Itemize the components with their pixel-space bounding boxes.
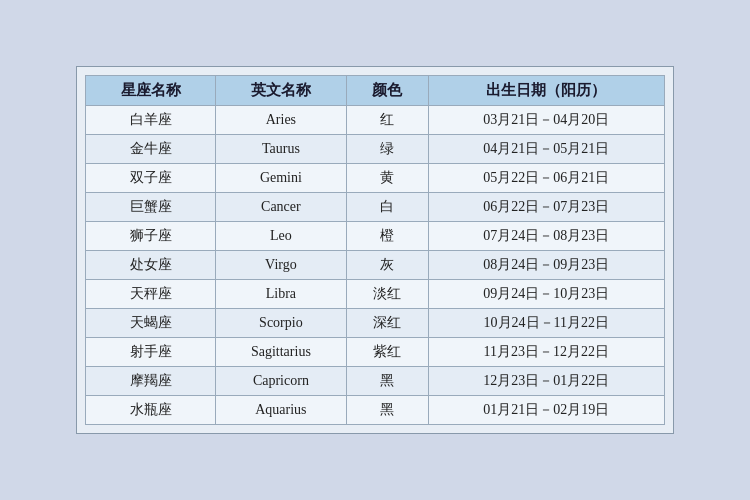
zodiac-table: 星座名称英文名称颜色出生日期（阳历） 白羊座Aries红03月21日－04月20… bbox=[85, 75, 665, 425]
cell-r5-c1: Virgo bbox=[216, 251, 346, 280]
table-row: 双子座Gemini黄05月22日－06月21日 bbox=[86, 164, 665, 193]
table-header-row: 星座名称英文名称颜色出生日期（阳历） bbox=[86, 76, 665, 106]
cell-r9-c3: 12月23日－01月22日 bbox=[428, 367, 664, 396]
zodiac-table-wrapper: 星座名称英文名称颜色出生日期（阳历） 白羊座Aries红03月21日－04月20… bbox=[76, 66, 674, 434]
cell-r9-c1: Capricorn bbox=[216, 367, 346, 396]
table-row: 狮子座Leo橙07月24日－08月23日 bbox=[86, 222, 665, 251]
cell-r8-c3: 11月23日－12月22日 bbox=[428, 338, 664, 367]
cell-r5-c3: 08月24日－09月23日 bbox=[428, 251, 664, 280]
cell-r10-c2: 黑 bbox=[346, 396, 428, 425]
cell-r7-c0: 天蝎座 bbox=[86, 309, 216, 338]
table-row: 水瓶座Aquarius黑01月21日－02月19日 bbox=[86, 396, 665, 425]
cell-r8-c2: 紫红 bbox=[346, 338, 428, 367]
cell-r5-c2: 灰 bbox=[346, 251, 428, 280]
cell-r4-c2: 橙 bbox=[346, 222, 428, 251]
cell-r6-c3: 09月24日－10月23日 bbox=[428, 280, 664, 309]
cell-r8-c1: Sagittarius bbox=[216, 338, 346, 367]
cell-r3-c0: 巨蟹座 bbox=[86, 193, 216, 222]
table-row: 巨蟹座Cancer白06月22日－07月23日 bbox=[86, 193, 665, 222]
cell-r9-c2: 黑 bbox=[346, 367, 428, 396]
cell-r6-c1: Libra bbox=[216, 280, 346, 309]
cell-r8-c0: 射手座 bbox=[86, 338, 216, 367]
cell-r4-c3: 07月24日－08月23日 bbox=[428, 222, 664, 251]
cell-r1-c1: Taurus bbox=[216, 135, 346, 164]
cell-r7-c3: 10月24日－11月22日 bbox=[428, 309, 664, 338]
col-header-3: 出生日期（阳历） bbox=[428, 76, 664, 106]
table-row: 射手座Sagittarius紫红11月23日－12月22日 bbox=[86, 338, 665, 367]
cell-r1-c2: 绿 bbox=[346, 135, 428, 164]
cell-r2-c1: Gemini bbox=[216, 164, 346, 193]
cell-r9-c0: 摩羯座 bbox=[86, 367, 216, 396]
table-row: 处女座Virgo灰08月24日－09月23日 bbox=[86, 251, 665, 280]
table-row: 金牛座Taurus绿04月21日－05月21日 bbox=[86, 135, 665, 164]
cell-r6-c0: 天秤座 bbox=[86, 280, 216, 309]
cell-r2-c0: 双子座 bbox=[86, 164, 216, 193]
col-header-2: 颜色 bbox=[346, 76, 428, 106]
cell-r3-c1: Cancer bbox=[216, 193, 346, 222]
table-row: 天蝎座Scorpio深红10月24日－11月22日 bbox=[86, 309, 665, 338]
cell-r6-c2: 淡红 bbox=[346, 280, 428, 309]
cell-r0-c2: 红 bbox=[346, 106, 428, 135]
cell-r7-c2: 深红 bbox=[346, 309, 428, 338]
cell-r3-c2: 白 bbox=[346, 193, 428, 222]
table-body: 白羊座Aries红03月21日－04月20日金牛座Taurus绿04月21日－0… bbox=[86, 106, 665, 425]
col-header-0: 星座名称 bbox=[86, 76, 216, 106]
cell-r3-c3: 06月22日－07月23日 bbox=[428, 193, 664, 222]
cell-r10-c3: 01月21日－02月19日 bbox=[428, 396, 664, 425]
table-row: 天秤座Libra淡红09月24日－10月23日 bbox=[86, 280, 665, 309]
cell-r2-c2: 黄 bbox=[346, 164, 428, 193]
cell-r5-c0: 处女座 bbox=[86, 251, 216, 280]
cell-r1-c0: 金牛座 bbox=[86, 135, 216, 164]
cell-r10-c0: 水瓶座 bbox=[86, 396, 216, 425]
col-header-1: 英文名称 bbox=[216, 76, 346, 106]
cell-r7-c1: Scorpio bbox=[216, 309, 346, 338]
cell-r10-c1: Aquarius bbox=[216, 396, 346, 425]
cell-r0-c1: Aries bbox=[216, 106, 346, 135]
table-row: 白羊座Aries红03月21日－04月20日 bbox=[86, 106, 665, 135]
cell-r4-c0: 狮子座 bbox=[86, 222, 216, 251]
cell-r4-c1: Leo bbox=[216, 222, 346, 251]
table-row: 摩羯座Capricorn黑12月23日－01月22日 bbox=[86, 367, 665, 396]
cell-r0-c0: 白羊座 bbox=[86, 106, 216, 135]
cell-r0-c3: 03月21日－04月20日 bbox=[428, 106, 664, 135]
cell-r2-c3: 05月22日－06月21日 bbox=[428, 164, 664, 193]
cell-r1-c3: 04月21日－05月21日 bbox=[428, 135, 664, 164]
